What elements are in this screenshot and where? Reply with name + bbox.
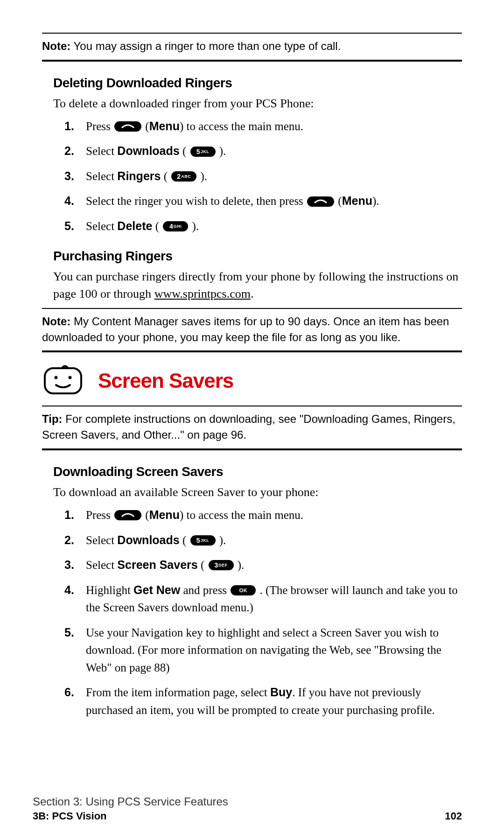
step: 5. Use your Navigation key to highlight … xyxy=(53,624,462,677)
note-text: My Content Manager saves items for up to… xyxy=(42,315,449,343)
page-footer: Section 3: Using PCS Service Features 3B… xyxy=(33,795,462,822)
step-number: 2. xyxy=(64,532,74,549)
body-text: To download an available Screen Saver to… xyxy=(53,484,462,501)
ok-key-icon: OK xyxy=(231,585,256,595)
heading-downloading-screen-savers: Downloading Screen Savers xyxy=(53,464,462,479)
step: 2. Select Downloads ( 5JKL ). xyxy=(53,142,462,160)
step: 1. Press (Menu) to access the main menu. xyxy=(53,506,462,524)
step: 4. Select the ringer you wish to delete,… xyxy=(53,192,462,210)
body-text: To delete a downloaded ringer from your … xyxy=(53,95,462,112)
step: 1. Press (Menu) to access the main menu. xyxy=(53,118,462,135)
menu-key-icon xyxy=(307,196,334,207)
step-number: 3. xyxy=(64,556,74,574)
step-number: 1. xyxy=(64,118,74,135)
step-number: 2. xyxy=(64,142,74,160)
note-block: Note: My Content Manager saves items for… xyxy=(42,309,462,350)
note-text: You may assign a ringer to more than one… xyxy=(70,40,341,52)
svg-point-1 xyxy=(55,376,58,379)
step-number: 3. xyxy=(64,168,74,185)
step-number: 1. xyxy=(64,506,74,524)
page-number: 102 xyxy=(445,810,462,822)
section-heading-row: Screen Savers xyxy=(42,364,462,397)
steps-downloading: 1. Press (Menu) to access the main menu.… xyxy=(53,506,462,719)
step-number: 4. xyxy=(64,192,74,210)
divider xyxy=(42,350,462,352)
key-4-icon: 4GHI xyxy=(163,221,188,231)
divider xyxy=(42,60,462,62)
footer-section: Section 3: Using PCS Service Features xyxy=(33,795,462,808)
screen-saver-icon xyxy=(42,364,84,397)
step-number: 5. xyxy=(64,217,74,235)
steps-deleting: 1. Press (Menu) to access the main menu.… xyxy=(53,118,462,235)
note-label: Note: xyxy=(42,40,70,52)
step: 6. From the item information page, selec… xyxy=(53,684,462,719)
sprintpcs-link[interactable]: www.sprintpcs.com xyxy=(154,287,251,301)
key-2-icon: 2ABC xyxy=(171,171,196,182)
menu-key-icon xyxy=(114,121,141,132)
step-number: 5. xyxy=(64,624,74,642)
step: 4. Highlight Get New and press OK . (The… xyxy=(53,581,462,616)
step-number: 6. xyxy=(64,684,74,701)
svg-point-2 xyxy=(69,376,72,379)
step: 3. Select Screen Savers ( 3DEF ). xyxy=(53,556,462,574)
svg-rect-0 xyxy=(45,368,81,393)
heading-purchasing-ringers: Purchasing Ringers xyxy=(53,249,462,264)
section-title: Screen Savers xyxy=(98,369,233,392)
tip-text: For complete instructions on downloading… xyxy=(42,413,455,441)
note-label: Note: xyxy=(42,315,70,328)
manual-page: Note: You may assign a ringer to more th… xyxy=(0,0,504,840)
key-3-icon: 3DEF xyxy=(209,560,234,570)
divider xyxy=(42,448,462,450)
tip-block: Tip: For complete instructions on downlo… xyxy=(42,406,462,448)
heading-deleting-ringers: Deleting Downloaded Ringers xyxy=(53,76,462,91)
key-5-icon: 5JKL xyxy=(190,535,216,546)
note-block: Note: You may assign a ringer to more th… xyxy=(42,34,462,60)
menu-key-icon xyxy=(114,510,141,520)
body-text: You can purchase ringers directly from y… xyxy=(53,268,462,302)
tip-label: Tip: xyxy=(42,413,63,425)
key-5-icon: 5JKL xyxy=(190,147,216,157)
step: 5. Select Delete ( 4GHI ). xyxy=(53,217,462,235)
step: 3. Select Ringers ( 2ABC ). xyxy=(53,168,462,185)
footer-subsection: 3B: PCS Vision xyxy=(33,810,107,822)
step-number: 4. xyxy=(64,581,74,599)
step: 2. Select Downloads ( 5JKL ). xyxy=(53,532,462,549)
